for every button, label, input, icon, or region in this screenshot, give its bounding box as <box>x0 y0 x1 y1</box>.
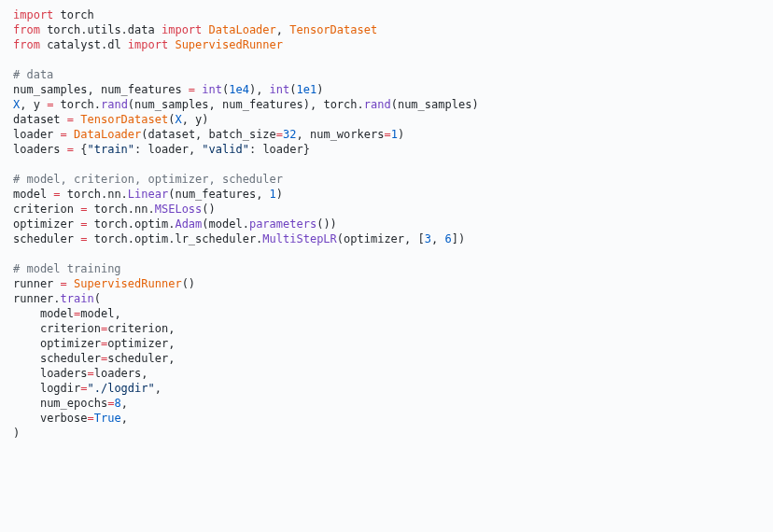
token-pun: [ <box>418 232 425 245</box>
code-line: criterion = torch.nn.MSELoss() <box>13 202 760 217</box>
token-pun: ( <box>289 83 296 96</box>
token-kw: from <box>13 23 40 36</box>
token-id <box>67 128 74 141</box>
code-line: verbose=True, <box>13 411 760 426</box>
token-num: 6 <box>444 232 451 245</box>
token-id <box>67 277 74 290</box>
code-line: model=model, <box>13 306 760 321</box>
token-op: = <box>189 83 195 96</box>
token-str: "valid" <box>202 143 249 156</box>
token-id: torch.optim. <box>87 217 175 231</box>
token-id <box>13 352 40 365</box>
token-id <box>13 307 40 320</box>
token-op: = <box>53 188 60 201</box>
token-id: num_features, <box>175 188 269 201</box>
token-arg: num_workers <box>310 128 384 141</box>
token-cls: DataLoader <box>209 23 276 36</box>
token-pun: : <box>249 143 262 156</box>
code-line: ) <box>13 426 760 441</box>
token-pun: { <box>80 143 87 156</box>
token-num: 1 <box>270 188 276 201</box>
code-line: model = torch.nn.Linear(num_features, 1) <box>13 187 760 202</box>
token-pun: ) <box>471 98 478 111</box>
token-arg: batch_size <box>209 128 276 141</box>
code-block: import torchfrom torch.utils.data import… <box>13 7 760 441</box>
token-op: = <box>87 412 93 425</box>
token-id: torch <box>53 8 93 21</box>
code-line: loaders=loaders, <box>13 366 760 381</box>
token-id: catalyst.dl <box>40 38 128 51</box>
token-fn: train <box>61 292 94 305</box>
token-op: = <box>67 113 74 126</box>
token-id: loaders <box>13 143 67 156</box>
token-id: torch.nn. <box>87 203 154 216</box>
token-fn: Linear <box>128 188 168 201</box>
token-arg: verbose <box>40 412 88 425</box>
code-line: optimizer=optimizer, <box>13 336 760 351</box>
token-id: criterion <box>13 203 80 216</box>
token-id: runner <box>13 277 61 290</box>
token-arg: num_epochs <box>40 397 107 410</box>
code-line: from catalyst.dl import SupervisedRunner <box>13 37 760 52</box>
token-id: optimizer <box>13 217 80 231</box>
token-num: 1e1 <box>297 83 317 96</box>
token-id: torch.nn. <box>61 188 128 201</box>
token-op: = <box>80 382 87 395</box>
token-pun: , <box>276 23 289 36</box>
token-id <box>202 23 208 36</box>
token-pun: ), <box>303 98 324 111</box>
token-bl: X <box>175 113 181 126</box>
token-id: dataset <box>13 113 67 126</box>
code-line: logdir="./logdir", <box>13 381 760 396</box>
token-pun: } <box>303 143 310 156</box>
token-id: model, <box>80 307 120 320</box>
token-arg: loaders <box>40 367 88 380</box>
token-num: 1e4 <box>229 83 249 96</box>
token-id: num_samples, num_features <box>13 83 189 96</box>
token-fn: Adam <box>175 217 202 231</box>
token-id: runner. <box>13 292 61 305</box>
token-pun: , <box>189 143 202 156</box>
token-id: , <box>297 128 310 141</box>
token-cls: TensorDataset <box>289 23 377 36</box>
token-kw: import <box>162 23 202 36</box>
code-line: num_samples, num_features = int(1e4), in… <box>13 82 760 97</box>
token-id: criterion, <box>107 322 175 335</box>
token-str: "./logdir" <box>88 382 155 395</box>
token-pun: ) <box>398 128 404 141</box>
token-cmt: # data <box>13 68 53 81</box>
token-op: = <box>67 143 74 156</box>
code-line: criterion=criterion, <box>13 321 760 336</box>
token-arg: model <box>40 307 74 320</box>
token-cls: SupervisedRunner <box>74 277 182 290</box>
token-kw: import <box>128 38 168 51</box>
token-arg: criterion <box>40 322 101 335</box>
code-line <box>13 157 760 172</box>
token-id: scheduler <box>13 232 80 245</box>
token-num: 3 <box>425 232 431 245</box>
token-pun: ) <box>276 188 283 201</box>
token-id: num_samples, num_features <box>134 98 303 111</box>
token-fn: MSELoss <box>155 203 203 216</box>
token-id: num_samples <box>398 98 471 111</box>
code-line: runner.train( <box>13 291 760 306</box>
token-id: torch. <box>53 98 101 111</box>
token-id: , y <box>20 98 47 111</box>
token-id: loader <box>13 128 61 141</box>
token-pun: ( <box>141 128 148 141</box>
token-cmt: # model, criterion, optimizer, scheduler <box>13 173 283 186</box>
token-str: "train" <box>88 143 135 156</box>
token-id <box>13 412 40 425</box>
token-pun: , <box>155 382 162 395</box>
token-pun: ) <box>202 113 208 126</box>
token-pun: : <box>134 143 148 156</box>
token-fn: parameters <box>249 217 316 231</box>
code-line: optimizer = torch.optim.Adam(model.param… <box>13 217 760 231</box>
token-id <box>13 397 40 410</box>
code-line: # model, criterion, optimizer, scheduler <box>13 172 760 187</box>
token-pun: ()) <box>316 217 337 231</box>
token-kw: import <box>13 8 53 21</box>
token-pun: ]) <box>452 232 465 245</box>
token-id: optimizer, <box>344 232 417 245</box>
code-line: loader = DataLoader(dataset, batch_size=… <box>13 127 760 142</box>
